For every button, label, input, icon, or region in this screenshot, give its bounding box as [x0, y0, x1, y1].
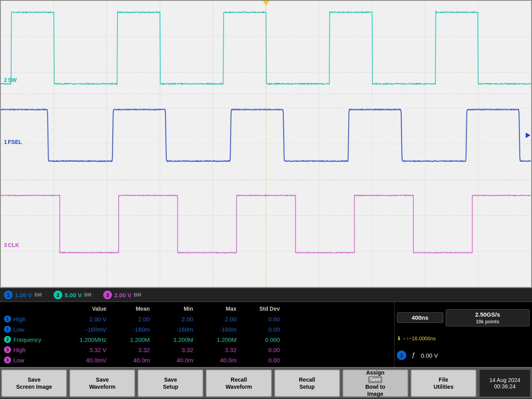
ch3-ground: BM: [134, 292, 141, 298]
save-waveform-line2: Waveform: [89, 383, 115, 390]
ch2-ground: BM: [84, 292, 91, 298]
stat-circle-3: 3: [4, 346, 11, 353]
stats-row-4: 3 Low 40.0mV 40.0m 40.0m 40.0m 0.00: [4, 355, 390, 365]
oscilloscope: 1 1.00 V BM 2 5.00 V BM 3 2.00 V BM Valu…: [0, 0, 532, 399]
save-screen-line2: Screen Image: [16, 383, 52, 390]
col-stddev-header: Std Dev: [240, 306, 284, 312]
waveform-canvas: [1, 1, 531, 287]
stat-val-min-3: 3.32: [154, 347, 197, 353]
recall-waveform-line1: Recall: [231, 376, 247, 383]
stat-label-1: 1 Low: [4, 326, 67, 333]
ch1-circle: 1: [4, 291, 13, 299]
stat-circle-1: 1: [4, 326, 11, 333]
ch2-voltage: 5.00 V: [65, 292, 82, 298]
stats-row-2: 2 Frequency 1.200MHz 1.200M 1.200M 1.200…: [4, 334, 390, 345]
channel-3-info[interactable]: 3 2.00 V BM: [103, 291, 141, 299]
channel-func-row: 1 ƒ 0.00 V: [397, 351, 530, 360]
assign-line2: Bowl to: [365, 383, 385, 390]
date-line1: 14 Aug 2024: [489, 377, 521, 383]
col-min-header: Min: [154, 306, 197, 312]
file-util-line2: Utilities: [433, 383, 454, 390]
stat-label-0: 1 High: [4, 315, 67, 323]
stat-val-max-0: 2.00: [197, 316, 240, 323]
stat-val-mean-3: 3.32: [110, 347, 154, 353]
stat-val-mean-1: -160m: [110, 326, 154, 333]
stat-val-stddev-4: 0.00: [240, 357, 284, 364]
save-setup-line2: Setup: [163, 383, 178, 390]
stat-val-min-0: 2.00: [154, 316, 197, 323]
date-line2: 00:36:24: [494, 383, 516, 390]
stat-val-min-1: -160m: [154, 326, 197, 333]
date-display: 14 Aug 2024 00:36:24: [479, 369, 530, 397]
save-screen-button[interactable]: Save Screen Image: [1, 369, 67, 397]
stat-val-min-2: 1.200M: [154, 336, 197, 343]
timebase-row: 400ns 2.50GS/s 10k points: [397, 309, 530, 326]
recall-waveform-button[interactable]: Recall Waveform: [206, 369, 272, 397]
func-symbol: ƒ: [412, 352, 415, 359]
stat-val-max-1: -160m: [197, 326, 240, 333]
timebase-box[interactable]: 400ns: [397, 312, 443, 323]
stat-val-min-4: 40.0m: [154, 357, 197, 364]
stat-val-max-4: 40.0m: [197, 357, 240, 364]
ch1-ground: BM: [34, 292, 42, 298]
stats-row-0: 1 High 2.00 V 2.00 2.00 2.00 0.00: [4, 314, 390, 324]
ch2-circle: 2: [54, 291, 62, 299]
file-utilities-button[interactable]: File Utilities: [411, 369, 476, 397]
stat-label-3: 3 High: [4, 346, 67, 353]
assign-bowl-button[interactable]: Assign Save Bowl to Image: [342, 369, 408, 397]
stat-circle-4: 3: [4, 356, 11, 364]
file-util-line1: File: [439, 376, 448, 383]
stat-label-2: 2 Frequency: [4, 336, 67, 343]
trigger-info: ⬇→↑−16.0000ns: [397, 336, 530, 341]
stat-val-value-0: 2.00 V: [67, 316, 110, 323]
col-max-header: Max: [197, 306, 240, 312]
col-mean-header: Mean: [110, 306, 154, 312]
points-value: 10k points: [476, 319, 499, 324]
timing-ch-circle: 1: [397, 351, 406, 360]
stat-circle-0: 1: [4, 315, 11, 323]
recall-waveform-line2: Waveform: [225, 383, 252, 390]
recall-setup-line1: Recall: [299, 376, 315, 383]
recall-setup-button[interactable]: Recall Setup: [274, 369, 340, 397]
channel-bar: 1 1.00 V BM 2 5.00 V BM 3 2.00 V BM: [0, 288, 532, 302]
ch3-voltage: 2.00 V: [114, 292, 131, 298]
ch3-circle: 3: [103, 291, 112, 299]
stat-val-stddev-3: 0.00: [240, 347, 284, 353]
save-waveform-button[interactable]: Save Waveform: [69, 369, 135, 397]
stat-name-0: High: [13, 316, 26, 323]
channel-1-info[interactable]: 1 1.00 V BM: [4, 291, 42, 299]
stat-val-max-2: 1.200M: [197, 336, 240, 343]
stat-val-stddev-0: 0.00: [240, 316, 284, 323]
assign-save-label: Save: [368, 376, 382, 383]
col-value-header: Value: [67, 306, 110, 312]
stats-area: Value Mean Min Max Std Dev 1 High 2.00 V…: [0, 302, 532, 367]
stats-table: Value Mean Min Max Std Dev 1 High 2.00 V…: [0, 302, 394, 367]
assign-line3: Image: [367, 390, 383, 397]
channel-2-info[interactable]: 2 5.00 V BM: [54, 291, 91, 299]
stats-row-1: 1 Low -160mV -160m -160m -160m 0.00: [4, 324, 390, 334]
save-screen-line1: Save: [28, 376, 41, 383]
ch1-voltage: 1.00 V: [15, 292, 32, 298]
stats-rows: 1 High 2.00 V 2.00 2.00 2.00 0.00 1 Low …: [4, 314, 390, 365]
stat-val-stddev-1: 0.00: [240, 326, 284, 333]
stat-name-2: Frequency: [13, 336, 41, 343]
stat-circle-2: 2: [4, 336, 11, 343]
trigger-voltage: 0.00 V: [421, 352, 438, 359]
timebase-value: 400ns: [412, 314, 429, 321]
save-setup-button[interactable]: Save Setup: [138, 369, 203, 397]
sample-rate-box[interactable]: 2.50GS/s 10k points: [446, 309, 530, 326]
stat-name-3: High: [13, 347, 26, 353]
stat-val-value-4: 40.0mV: [67, 357, 110, 364]
timing-panel: 400ns 2.50GS/s 10k points ⬇→↑−16.0000ns …: [394, 302, 532, 367]
stat-name-1: Low: [13, 326, 24, 333]
stat-val-stddev-2: 0.000: [240, 336, 284, 343]
save-waveform-line1: Save: [96, 376, 109, 383]
stat-val-value-1: -160mV: [67, 326, 110, 333]
stat-val-mean-0: 2.00: [110, 316, 154, 323]
stats-header-row: Value Mean Min Max Std Dev: [4, 304, 390, 314]
recall-setup-line2: Setup: [299, 383, 315, 390]
stat-val-value-2: 1.200MHz: [67, 336, 110, 343]
stat-val-value-3: 3.32 V: [67, 347, 110, 353]
stat-val-max-3: 3.32: [197, 347, 240, 353]
button-bar: Save Screen Image Save Waveform Save Set…: [0, 367, 532, 399]
